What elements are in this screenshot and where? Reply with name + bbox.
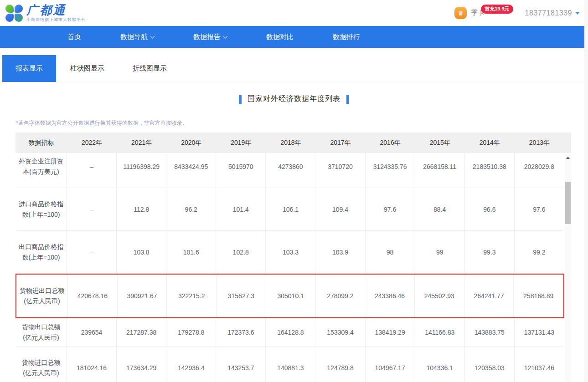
nav-item-3[interactable]: 数据对比 [266,33,294,41]
logo[interactable]: 广都通 小鹰网络旗下城市大数据平台 [5,4,86,23]
scrollbar-thumb[interactable] [565,182,571,224]
table-cell: 88.4 [415,188,465,230]
main-nav: 首页数据导航数据报告数据对比数据排行 [0,26,588,48]
top-bar: 广都通 小鹰网络旗下城市大数据平台 ♛ 季卡 首充19.9元 183771813… [0,0,588,26]
table-cell: 104336.1 [415,346,465,382]
table-cell: 98 [366,231,415,273]
table-cell: 97.6 [515,188,564,230]
table-cell: 143253.7 [216,346,266,382]
tab-bar: 报表显示柱状图显示折线图显示 [0,48,588,82]
table-cell: 3710720 [315,153,365,188]
table-cell: 2183510.38 [465,153,515,188]
table-row[interactable]: 货物出口总额(亿元人民币)239654217287.38179278.81723… [15,318,564,346]
row-label: 进口商品价格指数(上年=100) [15,188,67,230]
table-body-viewport: 外资企业注册资本(百万美元)–11196398.298433424.955015… [15,153,571,382]
table-cell: 99 [415,231,465,273]
table-cell: 390921.67 [118,275,167,317]
row-label: 外资企业注册资本(百万美元) [15,153,67,188]
page-scrollbar[interactable] [584,0,588,382]
nav-item-4[interactable]: 数据排行 [333,33,360,41]
account-phone[interactable]: 18377181339 [525,9,572,17]
table-cell: 103.8 [117,231,166,273]
row-label: 货物进出口总额(亿元人民币) [16,275,68,317]
table-cell: 124789.8 [315,346,365,382]
table-header-row: 数据指标2022年2021年2020年2019年2018年2017年2016年2… [15,132,571,153]
column-header: 2018年 [266,139,315,147]
table-cell: 121037.46 [515,346,564,382]
table-cell: 97.6 [366,188,415,230]
page-title: 国家对外经济数据年度列表 [248,94,340,104]
table-cell: 164128.8 [266,318,315,346]
table-cell: 96.6 [465,188,515,230]
table-scrollbar[interactable] [565,154,571,382]
table-cell: 138419.29 [366,318,415,346]
table-cell: 142936.4 [166,346,216,382]
tab-0[interactable]: 报表显示 [2,55,56,82]
table-cell: 217287.38 [117,318,166,346]
table-cell: 11196398.29 [117,153,166,188]
column-header: 数据指标 [15,139,67,147]
column-header: 2014年 [465,139,515,147]
table-row[interactable]: 货物进口总额(亿元人民币)181024.16173634.29142936.41… [15,346,564,382]
table-row[interactable]: 货物进出口总额(亿元人民币)420678.16390921.67322215.2… [15,274,564,318]
table-note: *蓝色字体数据为官方公开数据进行换算获得的数据，非官方直接收录。 [16,119,588,127]
table-cell: 239654 [67,318,117,346]
table-row[interactable]: 外资企业注册资本(百万美元)–11196398.298433424.955015… [15,153,564,188]
table-cell: 140881.3 [266,346,315,382]
nav-item-1[interactable]: 数据导航 [120,33,154,41]
table-row[interactable]: 出口商品价格指数(上年=100)–103.8101.6102.8103.3103… [15,231,564,274]
logo-icon [5,5,23,22]
chevron-down-icon [150,34,155,38]
table-body: 外资企业注册资本(百万美元)–11196398.298433424.955015… [15,153,564,382]
tab-2[interactable]: 折线图显示 [119,55,181,82]
table-cell: 102.8 [216,231,266,273]
row-label: 货物出口总额(亿元人民币) [15,318,67,346]
table-cell: – [67,153,117,188]
table-cell: – [67,188,117,230]
nav-item-label: 数据对比 [266,33,294,41]
table-cell: – [67,231,117,273]
column-header: 2022年 [67,139,117,147]
tab-1[interactable]: 柱状图显示 [56,55,119,82]
table-cell: 103.3 [266,231,315,273]
table-cell: 106.1 [266,188,315,230]
crown-glyph: ♛ [458,10,464,16]
table-cell: 264241.77 [464,275,514,317]
table-cell: 245502.93 [415,275,464,317]
table-cell: 103.9 [315,231,365,273]
account-dropdown-caret-icon[interactable] [575,12,580,15]
table-cell: 243386.46 [365,275,415,317]
table-cell: 99.3 [465,231,515,273]
table-cell: 101.4 [216,188,266,230]
column-header: 2021年 [117,139,166,147]
logo-subtitle: 小鹰网络旗下城市大数据平台 [26,17,86,23]
table-row[interactable]: 进口商品价格指数(上年=100)–112.896.2101.4106.1109.… [15,188,564,231]
table-cell: 8433424.95 [166,153,216,188]
promo-badge: 首充19.9元 [481,5,513,14]
table-cell: 258168.89 [514,275,563,317]
table-cell: 99.2 [515,231,564,273]
table-cell: 322215.2 [167,275,217,317]
title-bar-left-icon [239,95,242,104]
table-cell: 112.8 [117,188,166,230]
table-cell: 101.6 [166,231,216,273]
table-cell: 141166.83 [415,318,465,346]
column-header: 2020年 [166,139,216,147]
table-cell: 137131.43 [515,318,564,346]
page: 广都通 小鹰网络旗下城市大数据平台 ♛ 季卡 首充19.9元 183771813… [0,0,588,382]
table-cell: 96.2 [166,188,216,230]
membership-crown-icon[interactable]: ♛ [454,7,467,19]
table-cell: 109.4 [315,188,365,230]
nav-item-2[interactable]: 数据报告 [193,33,227,41]
nav-item-0[interactable]: 首页 [67,33,81,41]
column-header: 2015年 [415,139,465,147]
title-bar-right-icon [346,95,349,104]
table-cell: 420678.16 [68,275,118,317]
table-cell: 3124335.76 [366,153,415,188]
scrollbar-up-arrow-icon[interactable] [566,157,570,159]
nav-item-label: 数据报告 [193,33,221,41]
table-cell: 179278.8 [166,318,216,346]
data-table: 数据指标2022年2021年2020年2019年2018年2017年2016年2… [15,132,571,382]
table-cell: 120358.03 [465,346,515,382]
section-title-row: 国家对外经济数据年度列表 [0,94,588,104]
